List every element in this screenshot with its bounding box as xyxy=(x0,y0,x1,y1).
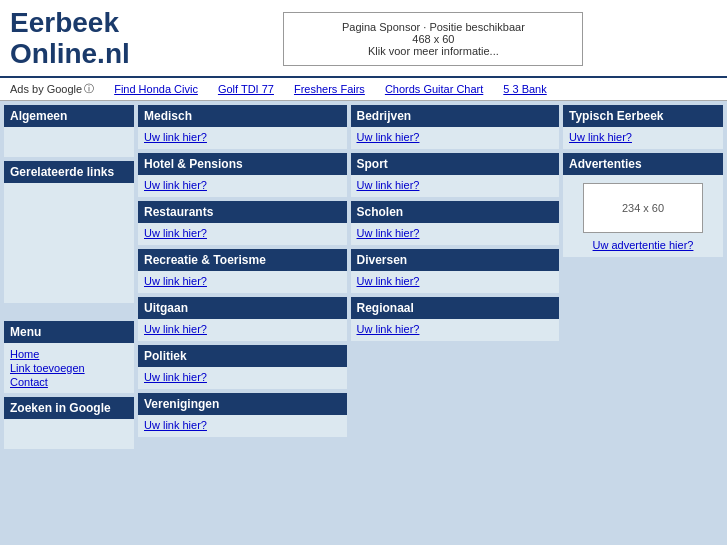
regionaal-link[interactable]: Uw link hier? xyxy=(357,323,420,335)
typisch-eerbeek-body: Uw link hier? xyxy=(563,127,723,149)
regionaal-body: Uw link hier? xyxy=(351,319,560,341)
verenigingen-body: Uw link hier? xyxy=(138,415,347,437)
sport-link[interactable]: Uw link hier? xyxy=(357,179,420,191)
ads-by-google-label: Ads by Google ⓘ xyxy=(10,82,94,96)
medisch-block: Medisch Uw link hier? xyxy=(138,105,347,149)
menu-link-toevoegen[interactable]: Link toevoegen xyxy=(10,361,128,375)
restaurants-header: Restaurants xyxy=(138,201,347,223)
restaurants-block: Restaurants Uw link hier? xyxy=(138,201,347,245)
uitgaan-link[interactable]: Uw link hier? xyxy=(144,323,207,335)
logo-line1: Eerbeek xyxy=(10,7,119,38)
zoeken-header: Zoeken in Google xyxy=(4,397,134,419)
row-politiek: Politiek Uw link hier? xyxy=(138,345,559,389)
bedrijven-block: Bedrijven Uw link hier? xyxy=(351,105,560,149)
typisch-eerbeek-link[interactable]: Uw link hier? xyxy=(569,131,632,143)
ad-banner-text: 234 x 60 xyxy=(622,202,664,214)
medisch-link[interactable]: Uw link hier? xyxy=(144,131,207,143)
typisch-eerbeek-block: Typisch Eerbeek Uw link hier? xyxy=(563,105,723,149)
left-sidebar: Algemeen Gerelateerde links Menu Home Li… xyxy=(4,105,134,449)
algemeen-header: Algemeen xyxy=(4,105,134,127)
politiek-block: Politiek Uw link hier? xyxy=(138,345,347,389)
recreatie-body: Uw link hier? xyxy=(138,271,347,293)
advertenties-link-container: Uw advertentie hier? xyxy=(563,237,723,257)
sport-header: Sport xyxy=(351,153,560,175)
medisch-header: Medisch xyxy=(138,105,347,127)
bedrijven-header: Bedrijven xyxy=(351,105,560,127)
sport-body: Uw link hier? xyxy=(351,175,560,197)
recreatie-block: Recreatie & Toerisme Uw link hier? xyxy=(138,249,347,293)
hotel-body: Uw link hier? xyxy=(138,175,347,197)
verenigingen-header: Verenigingen xyxy=(138,393,347,415)
scholen-body: Uw link hier? xyxy=(351,223,560,245)
verenigingen-link[interactable]: Uw link hier? xyxy=(144,419,207,431)
advertenties-header: Advertenties xyxy=(563,153,723,175)
advertenties-block: Advertenties 234 x 60 Uw advertentie hie… xyxy=(563,153,723,257)
gerelateerde-header: Gerelateerde links xyxy=(4,161,134,183)
diversen-body: Uw link hier? xyxy=(351,271,560,293)
sponsor-box[interactable]: Pagina Sponsor · Positie beschikbaar 468… xyxy=(283,12,583,66)
ad-bar: Ads by Google ⓘ Find Honda Civic Golf TD… xyxy=(0,76,727,101)
recreatie-header: Recreatie & Toerisme xyxy=(138,249,347,271)
center-content: Medisch Uw link hier? Bedrijven Uw link … xyxy=(138,105,559,449)
ad-link-4[interactable]: 5 3 Bank xyxy=(503,83,546,95)
diversen-header: Diversen xyxy=(351,249,560,271)
row-hotel-sport: Hotel & Pensions Uw link hier? Sport Uw … xyxy=(138,153,559,197)
row-verenigingen: Verenigingen Uw link hier? xyxy=(138,393,559,437)
restaurants-link[interactable]: Uw link hier? xyxy=(144,227,207,239)
politiek-filler xyxy=(351,345,560,389)
scholen-header: Scholen xyxy=(351,201,560,223)
sponsor-line3: Klik voor meer informatie... xyxy=(304,45,562,57)
ad-link-3[interactable]: Chords Guitar Chart xyxy=(385,83,483,95)
regionaal-block: Regionaal Uw link hier? xyxy=(351,297,560,341)
row-restaurants-scholen: Restaurants Uw link hier? Scholen Uw lin… xyxy=(138,201,559,245)
uitgaan-header: Uitgaan xyxy=(138,297,347,319)
uitgaan-block: Uitgaan Uw link hier? xyxy=(138,297,347,341)
gerelateerde-block: Gerelateerde links xyxy=(4,161,134,303)
medisch-body: Uw link hier? xyxy=(138,127,347,149)
verenigingen-block: Verenigingen Uw link hier? xyxy=(138,393,347,437)
sport-block: Sport Uw link hier? xyxy=(351,153,560,197)
verenigingen-filler xyxy=(351,393,560,437)
regionaal-header: Regionaal xyxy=(351,297,560,319)
ads-icon: ⓘ xyxy=(84,82,94,96)
sponsor-line1: Pagina Sponsor · Positie beschikbaar xyxy=(304,21,562,33)
scholen-link[interactable]: Uw link hier? xyxy=(357,227,420,239)
ad-banner[interactable]: 234 x 60 xyxy=(583,183,703,233)
bedrijven-body: Uw link hier? xyxy=(351,127,560,149)
ad-link-1[interactable]: Golf TDI 77 xyxy=(218,83,274,95)
menu-block: Menu Home Link toevoegen Contact xyxy=(4,321,134,393)
algemeen-block: Algemeen xyxy=(4,105,134,157)
recreatie-link[interactable]: Uw link hier? xyxy=(144,275,207,287)
scholen-block: Scholen Uw link hier? xyxy=(351,201,560,245)
diversen-link[interactable]: Uw link hier? xyxy=(357,275,420,287)
menu-body: Home Link toevoegen Contact xyxy=(4,343,134,393)
logo-line2: Online.nl xyxy=(10,39,130,70)
politiek-link[interactable]: Uw link hier? xyxy=(144,371,207,383)
sponsor-line2: 468 x 60 xyxy=(304,33,562,45)
bedrijven-link[interactable]: Uw link hier? xyxy=(357,131,420,143)
row-recreatie-diversen: Recreatie & Toerisme Uw link hier? Diver… xyxy=(138,249,559,293)
hotel-link[interactable]: Uw link hier? xyxy=(144,179,207,191)
site-logo: Eerbeek Online.nl xyxy=(10,8,130,70)
advertenties-link[interactable]: Uw advertentie hier? xyxy=(593,239,694,251)
menu-header: Menu xyxy=(4,321,134,343)
row-uitgaan-regionaal: Uitgaan Uw link hier? Regionaal Uw link … xyxy=(138,297,559,341)
hotel-header: Hotel & Pensions xyxy=(138,153,347,175)
advertenties-body: 234 x 60 Uw advertentie hier? xyxy=(563,183,723,257)
menu-link-home[interactable]: Home xyxy=(10,347,128,361)
main-content: Algemeen Gerelateerde links Menu Home Li… xyxy=(0,101,727,453)
row-medisch-bedrijven: Medisch Uw link hier? Bedrijven Uw link … xyxy=(138,105,559,149)
restaurants-body: Uw link hier? xyxy=(138,223,347,245)
ad-link-2[interactable]: Freshers Fairs xyxy=(294,83,365,95)
ad-link-0[interactable]: Find Honda Civic xyxy=(114,83,198,95)
right-sidebar: Typisch Eerbeek Uw link hier? Advertenti… xyxy=(563,105,723,449)
typisch-eerbeek-header: Typisch Eerbeek xyxy=(563,105,723,127)
page-header: Eerbeek Online.nl Pagina Sponsor · Posit… xyxy=(0,0,727,76)
diversen-block: Diversen Uw link hier? xyxy=(351,249,560,293)
sidebar-spacer xyxy=(4,307,134,317)
gerelateerde-body xyxy=(4,183,134,303)
algemeen-body xyxy=(4,127,134,157)
hotel-block: Hotel & Pensions Uw link hier? xyxy=(138,153,347,197)
menu-link-contact[interactable]: Contact xyxy=(10,375,128,389)
politiek-header: Politiek xyxy=(138,345,347,367)
